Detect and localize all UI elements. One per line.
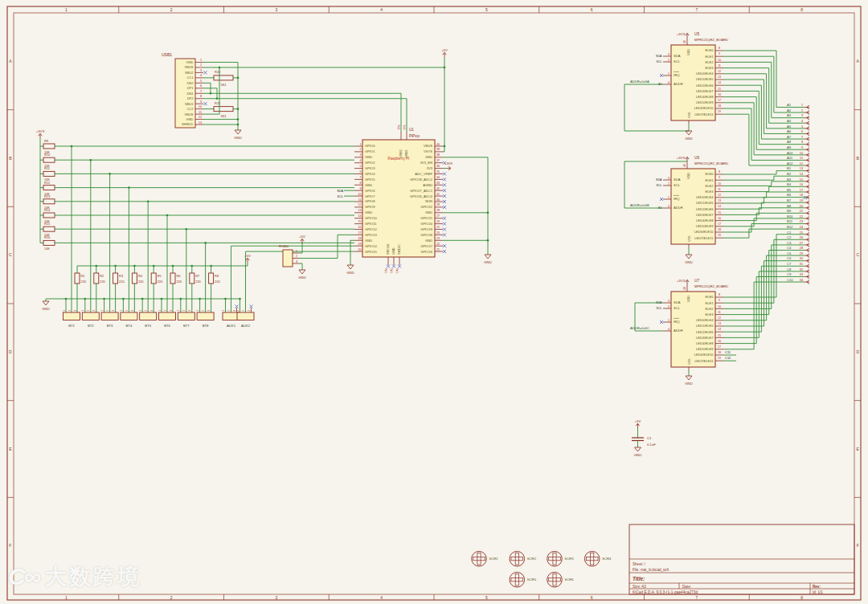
resistor-body <box>43 186 55 190</box>
pin-name: GPIO8 <box>365 199 375 203</box>
resistor-body <box>94 273 99 284</box>
pin-name: GND <box>392 247 395 255</box>
pin-name: LED7/ELE11 <box>694 236 714 240</box>
pin-name: GPIO14 <box>365 244 378 248</box>
gnd-label: GND <box>484 260 492 264</box>
pin-number: 1 <box>668 196 669 199</box>
pin-number: 19 <box>718 357 721 360</box>
pin-number: 1 <box>63 310 66 312</box>
frame-col-label: 7 <box>695 595 698 600</box>
junction-dot <box>487 239 489 242</box>
resistor-value: 220 <box>81 280 87 284</box>
junction-dot <box>444 67 446 69</box>
pin-name: GPIO12 <box>365 227 378 231</box>
pin-number: 16 <box>358 226 361 229</box>
pin-number: 16 <box>718 93 721 96</box>
net-label: B9 <box>787 209 792 213</box>
pin-name: RUN <box>425 199 432 203</box>
pin-number: 2 <box>202 310 205 312</box>
pin-name: SBU2 <box>185 71 194 75</box>
pin-name: IRQ <box>674 197 680 201</box>
pin-number: 3 <box>801 114 803 117</box>
pin-number: 9 <box>719 52 720 55</box>
pin-name: GND <box>425 155 432 159</box>
pin-name: IRQ <box>674 320 680 324</box>
pin-number: TP3 <box>398 125 401 130</box>
pin-number: 25 <box>436 226 440 229</box>
frame-row-label: C <box>9 252 12 257</box>
pin-number: 2 <box>182 310 186 312</box>
pin-number: 1 <box>81 310 84 312</box>
pin-name: GPIO2 <box>365 161 375 165</box>
pin-number: 27 <box>436 214 440 218</box>
net-label: SDA <box>337 190 343 193</box>
cap-value: 0.1uF <box>647 443 656 447</box>
mounting-hole-cross <box>511 557 523 561</box>
resistor-ref: R21 <box>215 101 221 105</box>
pin-number: 3 <box>112 310 115 312</box>
usb-ref: USB1 <box>162 52 172 57</box>
resistor-ref: R16 <box>44 235 50 239</box>
gnd-label: GND <box>685 382 693 386</box>
pin-number: 2 <box>106 310 109 312</box>
pin-name: GPIO21 <box>420 216 433 220</box>
mounting-hole-cross <box>549 557 561 561</box>
mounting-hole-cross <box>586 557 598 561</box>
pin-number: 35 <box>436 170 440 173</box>
chip-value: MPR121QR2_BOARD <box>694 38 728 42</box>
pin-name: GPIO10 <box>365 216 378 220</box>
pin-number: 1 <box>801 104 803 107</box>
net-label: C4 <box>787 246 792 250</box>
mounting-hole-cross <box>511 578 523 582</box>
addr-label: ADDR=0x5C <box>630 326 649 330</box>
pin-number: 13 <box>800 167 803 170</box>
title-block <box>629 524 854 594</box>
pin-name: GPIO16 <box>420 250 433 254</box>
pin-number: 7 <box>801 136 803 139</box>
pin-number: 2 <box>164 310 167 312</box>
sheet-border-inner <box>14 13 854 594</box>
pin-number: 17 <box>718 345 721 349</box>
pin-number: 2 <box>801 109 803 112</box>
pin-name: GPIO0 <box>365 144 375 148</box>
pin-number: 2 <box>668 59 669 62</box>
resistor-value: 5K1 <box>220 83 227 87</box>
pin-name: ELE1 <box>705 55 714 59</box>
net-label: A5 <box>787 124 792 129</box>
gnd-symbol <box>686 131 692 135</box>
pin-number: 29 <box>436 203 440 206</box>
mounting-hole-cross <box>553 573 556 586</box>
net-label: A12 <box>787 161 793 165</box>
net-label: A3 <box>787 113 792 117</box>
frame-col-label: 1 <box>65 595 68 600</box>
pin-name: GPIO9 <box>365 205 375 209</box>
resistor-body <box>43 226 55 231</box>
pin-number: 11 <box>800 157 803 160</box>
pin-number: TP6 <box>396 268 399 273</box>
pin-number: 15 <box>718 211 721 214</box>
junction-dot <box>237 77 240 80</box>
pin-name: GND <box>186 60 194 64</box>
pin-number: 9 <box>359 187 361 190</box>
pin-name: LED2/ELE6 <box>696 330 714 334</box>
resistor-body <box>43 240 55 245</box>
pin-name: LED1/ELE5 <box>696 201 714 205</box>
button-ref: BT1 <box>68 324 75 328</box>
pin-number: 36 <box>436 165 440 168</box>
pin-number: 3 <box>248 310 251 312</box>
j1-ref: J1 <box>803 195 808 200</box>
resistor-value: 10K <box>44 247 50 251</box>
button-ref: BT3 <box>107 324 113 328</box>
net-label: B12 <box>787 225 793 229</box>
pin-number: 2 <box>359 148 361 151</box>
pin-name: LED3/ELE7 <box>696 89 714 93</box>
pin-name: LED7/ELE11 <box>694 112 714 116</box>
pin-name: GPIO22 <box>420 205 433 209</box>
pin-name: ELE0 <box>705 48 714 52</box>
resistor-ref: R1 <box>81 274 85 278</box>
pin-name: LED4/ELE8 <box>696 95 714 99</box>
resistor-ref: R20 <box>215 70 221 74</box>
pin-number: 14 <box>718 328 721 331</box>
pin-name: CC2 <box>186 107 194 111</box>
power-label: +3V3 <box>677 32 686 36</box>
